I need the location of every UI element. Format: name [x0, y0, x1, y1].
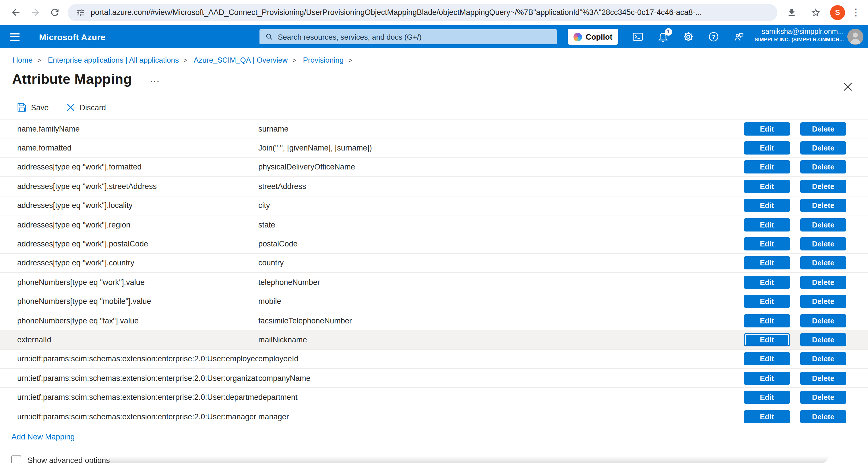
- target-attribute-cell: streetAddress: [258, 182, 744, 191]
- show-advanced-options-checkbox[interactable]: [11, 456, 21, 463]
- help-icon: ?: [708, 31, 719, 42]
- delete-button[interactable]: Delete: [800, 218, 846, 231]
- table-row[interactable]: urn:ietf:params:scim:schemas:extension:e…: [0, 388, 868, 407]
- settings-button[interactable]: [682, 31, 694, 43]
- table-row[interactable]: urn:ietf:params:scim:schemas:extension:e…: [0, 407, 868, 427]
- delete-button[interactable]: Delete: [800, 141, 846, 154]
- refresh-button[interactable]: [45, 3, 64, 22]
- edit-button[interactable]: Edit: [744, 141, 790, 154]
- screen: portal.azure.com/#view/Microsoft_AAD_Con…: [0, 0, 868, 463]
- delete-button[interactable]: Delete: [800, 257, 846, 270]
- table-row[interactable]: addresses[type eq "work"].region state E…: [0, 215, 868, 235]
- edit-button[interactable]: Edit: [744, 333, 790, 346]
- delete-button[interactable]: Delete: [800, 237, 846, 251]
- attribute-cell: addresses[type eq "work"].country: [0, 259, 258, 267]
- context-menu-button[interactable]: ···: [150, 77, 160, 85]
- delete-button[interactable]: Delete: [800, 372, 846, 385]
- breadcrumb-link[interactable]: Provisioning: [303, 56, 344, 64]
- site-settings-icon[interactable]: [76, 8, 85, 17]
- delete-button[interactable]: Delete: [800, 333, 846, 346]
- breadcrumb-link[interactable]: Azure_SCIM_QA | Overview: [194, 56, 288, 64]
- url-text[interactable]: portal.azure.com/#view/Microsoft_AAD_Con…: [91, 8, 702, 17]
- download-button[interactable]: [782, 3, 801, 22]
- notifications-button[interactable]: 1: [657, 31, 669, 43]
- star-icon: [811, 7, 821, 18]
- table-row[interactable]: phoneNumbers[type eq "work"].value telep…: [0, 273, 868, 292]
- target-attribute-cell: telephoneNumber: [258, 278, 744, 287]
- edit-button[interactable]: Edit: [744, 410, 790, 423]
- bookmark-button[interactable]: [806, 3, 826, 22]
- add-new-mapping-link[interactable]: Add New Mapping: [11, 433, 75, 441]
- edit-button[interactable]: Edit: [744, 390, 790, 404]
- attribute-cell: name.familyName: [0, 124, 258, 133]
- table-row[interactable]: addresses[type eq "work"].locality city …: [0, 196, 868, 215]
- search-placeholder: Search resources, services, and docs (G+…: [278, 32, 422, 41]
- edit-button[interactable]: Edit: [744, 180, 790, 193]
- edit-button[interactable]: Edit: [744, 218, 790, 231]
- mapping-table: name.familyName surname Edit Delete name…: [0, 119, 868, 427]
- close-blade-button[interactable]: [843, 82, 853, 92]
- delete-button[interactable]: Delete: [800, 180, 846, 193]
- feedback-button[interactable]: [733, 31, 745, 43]
- breadcrumb-link[interactable]: Home: [12, 56, 32, 64]
- table-row[interactable]: addresses[type eq "work"].postalCode pos…: [0, 235, 868, 254]
- table-row[interactable]: addresses[type eq "work"].country countr…: [0, 254, 868, 273]
- account-email: samiksha@simpplr.onm...: [755, 28, 844, 36]
- delete-button[interactable]: Delete: [800, 410, 846, 423]
- discard-button[interactable]: Discard: [66, 103, 106, 112]
- copilot-button[interactable]: Copilot: [568, 29, 618, 45]
- edit-button[interactable]: Edit: [744, 237, 790, 251]
- breadcrumb-link[interactable]: Enterprise applications | All applicatio…: [48, 56, 179, 64]
- breadcrumb-separator: >: [37, 56, 41, 64]
- target-attribute-cell: mailNickname: [258, 336, 744, 344]
- table-row[interactable]: externalId mailNickname Edit Delete: [0, 330, 868, 350]
- edit-button[interactable]: Edit: [744, 276, 790, 289]
- feedback-icon: [733, 31, 744, 42]
- back-button[interactable]: [6, 3, 25, 22]
- cloud-shell-icon: [632, 31, 643, 42]
- edit-button[interactable]: Edit: [744, 295, 790, 308]
- table-row[interactable]: addresses[type eq "work"].streetAddress …: [0, 177, 868, 196]
- browser-profile-avatar[interactable]: S: [830, 5, 845, 20]
- edit-button[interactable]: Edit: [744, 352, 790, 366]
- download-icon: [786, 7, 797, 18]
- attribute-cell: phoneNumbers[type eq "mobile"].value: [0, 297, 258, 306]
- edit-button[interactable]: Edit: [744, 161, 790, 174]
- table-row[interactable]: addresses[type eq "work"].formatted phys…: [0, 158, 868, 177]
- table-row[interactable]: urn:ietf:params:scim:schemas:extension:e…: [0, 350, 868, 369]
- account-info[interactable]: samiksha@simpplr.onm... SIMPPLR INC. (SI…: [755, 28, 844, 43]
- delete-button[interactable]: Delete: [800, 314, 846, 327]
- target-attribute-cell: surname: [258, 124, 744, 133]
- azure-brand[interactable]: Microsoft Azure: [39, 25, 105, 48]
- browser-menu-button[interactable]: ⋮: [849, 6, 862, 19]
- delete-button[interactable]: Delete: [800, 122, 846, 135]
- delete-button[interactable]: Delete: [800, 352, 846, 366]
- table-row[interactable]: phoneNumbers[type eq "fax"].value facsim…: [0, 311, 868, 330]
- delete-button[interactable]: Delete: [800, 161, 846, 174]
- help-button[interactable]: ?: [707, 31, 719, 43]
- hamburger-menu-button[interactable]: [0, 25, 29, 48]
- attribute-cell: addresses[type eq "work"].region: [0, 220, 258, 229]
- delete-button[interactable]: Delete: [800, 276, 846, 289]
- table-row[interactable]: name.formatted Join(" ", [givenName], [s…: [0, 139, 868, 158]
- address-bar[interactable]: portal.azure.com/#view/Microsoft_AAD_Con…: [68, 4, 777, 21]
- edit-button[interactable]: Edit: [744, 372, 790, 385]
- global-search-input[interactable]: Search resources, services, and docs (G+…: [259, 29, 557, 44]
- delete-button[interactable]: Delete: [800, 199, 846, 212]
- table-row[interactable]: urn:ietf:params:scim:schemas:extension:e…: [0, 369, 868, 388]
- account-avatar[interactable]: [847, 29, 863, 45]
- forward-button[interactable]: [25, 3, 45, 22]
- delete-button[interactable]: Delete: [800, 390, 846, 404]
- copilot-icon: [574, 32, 582, 41]
- browser-toolbar: portal.azure.com/#view/Microsoft_AAD_Con…: [0, 0, 868, 25]
- edit-button[interactable]: Edit: [744, 199, 790, 212]
- edit-button[interactable]: Edit: [744, 314, 790, 327]
- edit-button[interactable]: Edit: [744, 257, 790, 270]
- table-row[interactable]: name.familyName surname Edit Delete: [0, 119, 868, 139]
- save-button[interactable]: Save: [17, 103, 49, 112]
- table-row[interactable]: phoneNumbers[type eq "mobile"].value mob…: [0, 292, 868, 311]
- delete-button[interactable]: Delete: [800, 295, 846, 308]
- attribute-cell: urn:ietf:params:scim:schemas:extension:e…: [0, 355, 258, 363]
- edit-button[interactable]: Edit: [744, 122, 790, 135]
- cloud-shell-button[interactable]: [631, 31, 644, 43]
